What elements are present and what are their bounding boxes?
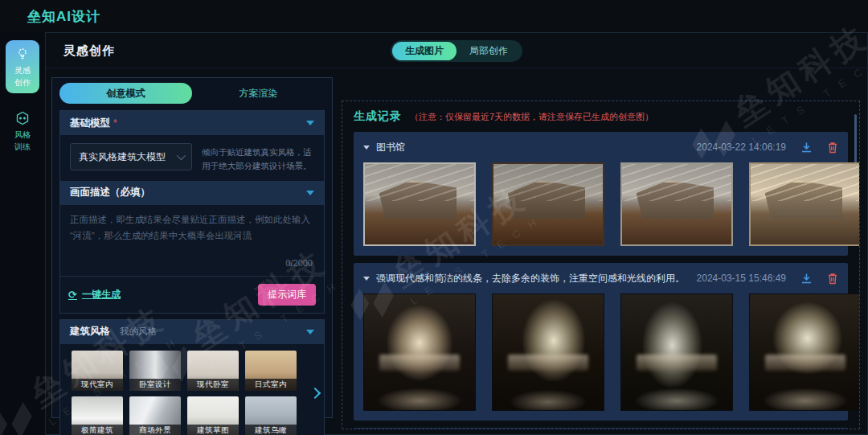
download-button[interactable] — [800, 142, 813, 154]
style-card-label: 日式室内 — [245, 379, 297, 391]
my-styles-link[interactable]: 我的风格 — [120, 326, 157, 338]
style-card-label: 卧室设计 — [129, 379, 181, 391]
delete-button[interactable] — [827, 142, 838, 154]
base-model-select[interactable]: 真实风格建筑大模型 — [70, 143, 192, 170]
prompt-library-button[interactable]: 提示词库 — [258, 284, 316, 306]
required-mark: * — [113, 117, 117, 129]
title-row: 灵感创作 生成图片 局部创作 — [46, 33, 867, 68]
base-model-description: 倾向于贴近建筑真实风格，适用于绝大部分建筑设计场景。 — [202, 143, 314, 173]
style-card[interactable]: 建筑鸟瞰 — [245, 396, 297, 435]
section-styles-header: 建筑风格 我的风格 — [60, 320, 324, 344]
generated-image[interactable] — [749, 162, 860, 246]
style-card[interactable]: 极简建筑 — [72, 396, 123, 435]
style-card[interactable]: 现代卧室 — [187, 351, 239, 391]
char-counter: 0/2000 — [70, 258, 314, 273]
records-title: 生成记录 — [354, 109, 402, 124]
record-timestamp: 2024-03-22 14:06:19 — [697, 142, 786, 153]
prompt-input[interactable] — [70, 211, 314, 255]
generated-image[interactable] — [749, 293, 860, 411]
download-icon — [800, 273, 813, 285]
base-model-select-value: 真实风格建筑大模型 — [79, 150, 177, 164]
prompt-title: 画面描述（必填） — [70, 186, 150, 199]
tab-scheme-render[interactable]: 方案渲染 — [192, 83, 325, 104]
delete-button[interactable] — [827, 273, 838, 285]
main-area: 灵感创作 生成图片 局部创作 创意模式 方案渲染 基础模型 * — [45, 32, 868, 435]
prompt-body: 0/2000 — [60, 205, 324, 276]
form-group-styles: 建筑风格 我的风格 现代室内 卧室设计 现代卧室 日式室内 极简建筑 商场外景 … — [59, 319, 325, 435]
record-timestamp: 2024-03-15 15:46:49 — [697, 273, 786, 284]
record-card: 现代设计感的活动中心 晴天 玻璃幕墙 2024-03-15 15:45:40 — [354, 428, 848, 429]
tab-generate-image[interactable]: 生成图片 — [392, 42, 457, 60]
trash-icon — [827, 273, 838, 285]
action-row: ⟳ 一键生成 提示词库 — [60, 276, 324, 313]
style-card[interactable]: 卧室设计 — [129, 351, 181, 391]
style-card-label: 建筑草图 — [187, 425, 239, 435]
sidebar-item-inspiration[interactable]: 灵感创作 — [6, 40, 39, 93]
style-card-label: 商场外景 — [129, 425, 181, 435]
style-card[interactable]: 日式室内 — [245, 351, 297, 391]
sidebar-item-label: 灵感创作 — [14, 64, 31, 88]
record-card: 强调现代感和简洁的线条，去除多余的装饰，注重空间感和光线的利用。 2024-03… — [354, 263, 848, 421]
chevron-right-icon — [309, 388, 321, 399]
style-card[interactable]: 现代室内 — [72, 351, 123, 391]
style-card[interactable]: 建筑草图 — [187, 396, 239, 435]
collapse-caret-icon[interactable] — [363, 277, 370, 281]
style-card[interactable]: 商场外景 — [129, 396, 181, 435]
page-title: 灵感创作 — [63, 43, 115, 59]
record-header: 强调现代感和简洁的线条，去除多余的装饰，注重空间感和光线的利用。 2024-03… — [363, 269, 838, 288]
section-base-model-header: 基础模型 * — [60, 111, 324, 135]
records-retention-note: （注意：仅保留最近7天的数据，请注意保存已生成的创意图） — [410, 111, 653, 123]
styles-title: 建筑风格 — [70, 325, 110, 339]
collapse-caret-icon[interactable] — [306, 330, 314, 334]
hexagon-icon — [14, 110, 31, 126]
generation-records-panel: 生成记录 （注意：仅保留最近7天的数据，请注意保存已生成的创意图） 图书馆 20… — [342, 101, 860, 429]
section-prompt-header: 画面描述（必填） — [60, 181, 324, 205]
generated-image[interactable] — [492, 162, 604, 246]
generated-image[interactable] — [363, 293, 476, 411]
download-button[interactable] — [800, 273, 813, 285]
record-images — [363, 293, 838, 411]
collapse-caret-icon[interactable] — [306, 191, 314, 195]
base-model-body: 真实风格建筑大模型 倾向于贴近建筑真实风格，适用于绝大部分建筑设计场景。 — [60, 135, 324, 181]
generated-image[interactable] — [363, 162, 476, 246]
one-click-label: 一键生成 — [82, 288, 121, 302]
mode-tabs: 创意模式 方案渲染 — [59, 83, 325, 104]
style-card-label: 现代室内 — [72, 379, 123, 391]
collapse-caret-icon[interactable] — [363, 146, 370, 150]
view-tabs: 生成图片 局部创作 — [391, 40, 522, 62]
styles-body: 现代室内 卧室设计 现代卧室 日式室内 极简建筑 商场外景 建筑草图 建筑鸟瞰 — [60, 344, 324, 435]
base-model-title: 基础模型 — [70, 117, 110, 130]
one-click-generate-link[interactable]: ⟳ 一键生成 — [68, 288, 121, 302]
sidebar-item-style-training[interactable]: 风格训练 — [6, 105, 39, 158]
styles-grid: 现代室内 卧室设计 现代卧室 日式室内 极简建筑 商场外景 建筑草图 建筑鸟瞰 — [72, 351, 319, 435]
trash-icon — [827, 142, 838, 154]
style-card-label: 现代卧室 — [187, 379, 239, 391]
chevron-down-icon — [177, 151, 186, 160]
styles-next-button[interactable] — [309, 388, 321, 399]
style-card-label: 建筑鸟瞰 — [245, 425, 297, 435]
record-title: 图书馆 — [376, 141, 405, 154]
creation-form-panel: 创意模式 方案渲染 基础模型 * 真实风格建筑大模型 倾向于贴近建筑真实风格，适… — [51, 77, 333, 418]
record-header: 图书馆 2024-03-22 14:06:19 — [363, 137, 838, 157]
records-header: 生成记录 （注意：仅保留最近7天的数据，请注意保存已生成的创意图） — [354, 109, 848, 124]
style-card-label: 极简建筑 — [72, 425, 123, 435]
app-window: 垒知AI设计 灵感创作 风格训练 灵感创作 生成图片 局部创作 — [0, 0, 868, 435]
generated-image[interactable] — [492, 293, 604, 411]
sidebar-item-label: 风格训练 — [14, 129, 31, 153]
app-title: 垒知AI设计 — [27, 7, 100, 26]
refresh-icon: ⟳ — [68, 289, 77, 301]
record-title: 强调现代感和简洁的线条，去除多余的装饰，注重空间感和光线的利用。 — [376, 272, 685, 285]
app-header: 垒知AI设计 — [0, 0, 868, 32]
collapse-caret-icon[interactable] — [306, 121, 314, 125]
generated-image[interactable] — [620, 293, 733, 411]
record-card: 图书馆 2024-03-22 14:06:19 — [354, 132, 848, 256]
lightbulb-icon — [14, 46, 31, 62]
record-images — [363, 162, 838, 246]
download-icon — [800, 142, 813, 154]
sidebar: 灵感创作 风格训练 — [0, 32, 45, 435]
tab-creative-mode[interactable]: 创意模式 — [59, 83, 192, 104]
form-group-main: 基础模型 * 真实风格建筑大模型 倾向于贴近建筑真实风格，适用于绝大部分建筑设计… — [59, 110, 325, 314]
generated-image[interactable] — [620, 162, 733, 246]
tab-partial-creation[interactable]: 局部创作 — [457, 42, 521, 60]
